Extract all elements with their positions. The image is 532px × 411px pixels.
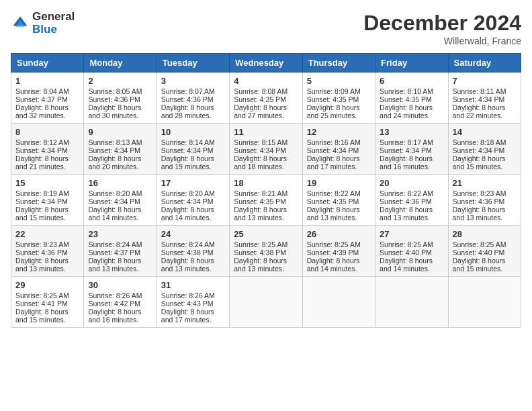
sunset-label: Sunset: 4:41 PM	[15, 300, 68, 308]
day-number: 16	[88, 178, 152, 188]
sunset-label: Sunset: 4:37 PM	[15, 95, 68, 103]
sunset-label: Sunset: 4:38 PM	[234, 248, 286, 257]
daylight-label: Daylight: 8 hours and 30 minutes.	[88, 103, 141, 120]
sunset-label: Sunset: 4:34 PM	[161, 146, 214, 154]
day-number: 21	[453, 178, 517, 188]
logo-blue: Blue	[32, 24, 75, 36]
sunset-label: Sunset: 4:43 PM	[161, 300, 214, 308]
daylight-label: Daylight: 8 hours and 17 minutes.	[161, 308, 214, 324]
calendar-day-cell: 29 Sunrise: 8:25 AM Sunset: 4:41 PM Dayl…	[11, 277, 84, 328]
sunrise-label: Sunrise: 8:09 AM	[307, 87, 361, 95]
sunset-label: Sunset: 4:42 PM	[88, 300, 140, 308]
sunset-label: Sunset: 4:35 PM	[307, 197, 359, 205]
calendar-day-cell: 24 Sunrise: 8:24 AM Sunset: 4:38 PM Dayl…	[157, 226, 229, 277]
sunset-label: Sunset: 4:34 PM	[88, 197, 140, 205]
logo-general: General	[32, 11, 75, 24]
sunrise-label: Sunrise: 8:22 AM	[307, 189, 361, 197]
sunrise-label: Sunrise: 8:25 AM	[380, 240, 433, 248]
sunrise-label: Sunrise: 8:23 AM	[453, 189, 506, 197]
col-monday: Monday	[84, 54, 157, 73]
location: Willerwald, France	[363, 36, 521, 46]
sunrise-label: Sunrise: 8:19 AM	[15, 189, 69, 197]
calendar-day-cell: 30 Sunrise: 8:26 AM Sunset: 4:42 PM Dayl…	[84, 277, 157, 328]
sunset-label: Sunset: 4:36 PM	[453, 197, 505, 205]
sunrise-label: Sunrise: 8:25 AM	[453, 240, 506, 248]
calendar-day-cell: 9 Sunrise: 8:13 AM Sunset: 4:34 PM Dayli…	[84, 124, 157, 175]
day-number: 13	[380, 127, 443, 137]
col-thursday: Thursday	[302, 54, 375, 73]
daylight-label: Daylight: 8 hours and 22 minutes.	[453, 103, 506, 120]
daylight-label: Daylight: 8 hours and 13 minutes.	[161, 257, 214, 273]
calendar-day-cell: 27 Sunrise: 8:25 AM Sunset: 4:40 PM Dayl…	[375, 226, 448, 277]
day-number: 19	[307, 178, 371, 188]
calendar-day-cell: 2 Sunrise: 8:05 AM Sunset: 4:36 PM Dayli…	[84, 73, 157, 124]
day-number: 10	[161, 127, 225, 137]
col-friday: Friday	[375, 54, 448, 73]
day-number: 3	[161, 76, 225, 86]
sunrise-label: Sunrise: 8:18 AM	[453, 138, 506, 146]
day-number: 28	[453, 229, 517, 239]
day-number: 2	[88, 76, 152, 86]
daylight-label: Daylight: 8 hours and 20 minutes.	[88, 154, 141, 171]
sunrise-label: Sunrise: 8:12 AM	[15, 138, 69, 146]
calendar-day-cell: 3 Sunrise: 8:07 AM Sunset: 4:36 PM Dayli…	[157, 73, 229, 124]
day-number: 25	[234, 229, 298, 239]
day-number: 8	[15, 127, 79, 137]
sunset-label: Sunset: 4:34 PM	[234, 146, 286, 154]
sunset-label: Sunset: 4:37 PM	[88, 248, 140, 257]
sunset-label: Sunset: 4:34 PM	[15, 146, 68, 154]
sunrise-label: Sunrise: 8:05 AM	[88, 87, 142, 95]
daylight-label: Daylight: 8 hours and 13 minutes.	[88, 257, 141, 273]
day-number: 11	[234, 127, 298, 137]
sunset-label: Sunset: 4:40 PM	[453, 248, 505, 257]
sunset-label: Sunset: 4:40 PM	[380, 248, 432, 257]
day-number: 30	[88, 280, 152, 290]
calendar-day-cell: 18 Sunrise: 8:21 AM Sunset: 4:35 PM Dayl…	[230, 175, 302, 226]
calendar-day-cell: 6 Sunrise: 8:10 AM Sunset: 4:35 PM Dayli…	[375, 73, 448, 124]
calendar-day-cell: 4 Sunrise: 8:08 AM Sunset: 4:35 PM Dayli…	[230, 73, 302, 124]
calendar-week-row: 8 Sunrise: 8:12 AM Sunset: 4:34 PM Dayli…	[11, 124, 521, 175]
calendar-week-row: 1 Sunrise: 8:04 AM Sunset: 4:37 PM Dayli…	[11, 73, 521, 124]
calendar-day-cell: 21 Sunrise: 8:23 AM Sunset: 4:36 PM Dayl…	[448, 175, 521, 226]
calendar-week-row: 22 Sunrise: 8:23 AM Sunset: 4:36 PM Dayl…	[11, 226, 521, 277]
calendar-day-cell	[230, 277, 302, 328]
day-number: 31	[161, 280, 225, 290]
daylight-label: Daylight: 8 hours and 13 minutes.	[15, 257, 69, 273]
daylight-label: Daylight: 8 hours and 13 minutes.	[380, 205, 433, 222]
logo-text: General Blue	[32, 11, 75, 36]
sunset-label: Sunset: 4:36 PM	[161, 95, 214, 103]
day-number: 29	[15, 280, 79, 290]
sunrise-label: Sunrise: 8:13 AM	[88, 138, 142, 146]
sunrise-label: Sunrise: 8:24 AM	[161, 240, 215, 248]
day-number: 14	[453, 127, 517, 137]
day-number: 12	[307, 127, 371, 137]
sunset-label: Sunset: 4:34 PM	[453, 146, 505, 154]
day-number: 26	[307, 229, 371, 239]
sunset-label: Sunset: 4:36 PM	[380, 197, 432, 205]
sunrise-label: Sunrise: 8:08 AM	[234, 87, 287, 95]
calendar-day-cell: 16 Sunrise: 8:20 AM Sunset: 4:34 PM Dayl…	[84, 175, 157, 226]
day-number: 17	[161, 178, 225, 188]
sunset-label: Sunset: 4:34 PM	[453, 95, 505, 103]
sunrise-label: Sunrise: 8:17 AM	[380, 138, 433, 146]
day-number: 27	[380, 229, 443, 239]
daylight-label: Daylight: 8 hours and 18 minutes.	[234, 154, 287, 171]
sunrise-label: Sunrise: 8:15 AM	[234, 138, 287, 146]
calendar-day-cell: 19 Sunrise: 8:22 AM Sunset: 4:35 PM Dayl…	[302, 175, 375, 226]
day-number: 22	[15, 229, 79, 239]
sunset-label: Sunset: 4:35 PM	[234, 197, 286, 205]
day-number: 23	[88, 229, 152, 239]
col-sunday: Sunday	[11, 54, 84, 73]
sunrise-label: Sunrise: 8:07 AM	[161, 87, 215, 95]
calendar-day-cell: 12 Sunrise: 8:16 AM Sunset: 4:34 PM Dayl…	[302, 124, 375, 175]
sunrise-label: Sunrise: 8:22 AM	[380, 189, 433, 197]
day-number: 1	[15, 76, 79, 86]
sunset-label: Sunset: 4:39 PM	[307, 248, 359, 257]
sunset-label: Sunset: 4:34 PM	[88, 146, 140, 154]
sunset-label: Sunset: 4:36 PM	[88, 95, 140, 103]
calendar-table: Sunday Monday Tuesday Wednesday Thursday…	[11, 53, 521, 328]
calendar-day-cell: 25 Sunrise: 8:25 AM Sunset: 4:38 PM Dayl…	[230, 226, 302, 277]
daylight-label: Daylight: 8 hours and 13 minutes.	[234, 205, 287, 222]
day-number: 24	[161, 229, 225, 239]
sunrise-label: Sunrise: 8:04 AM	[15, 87, 69, 95]
